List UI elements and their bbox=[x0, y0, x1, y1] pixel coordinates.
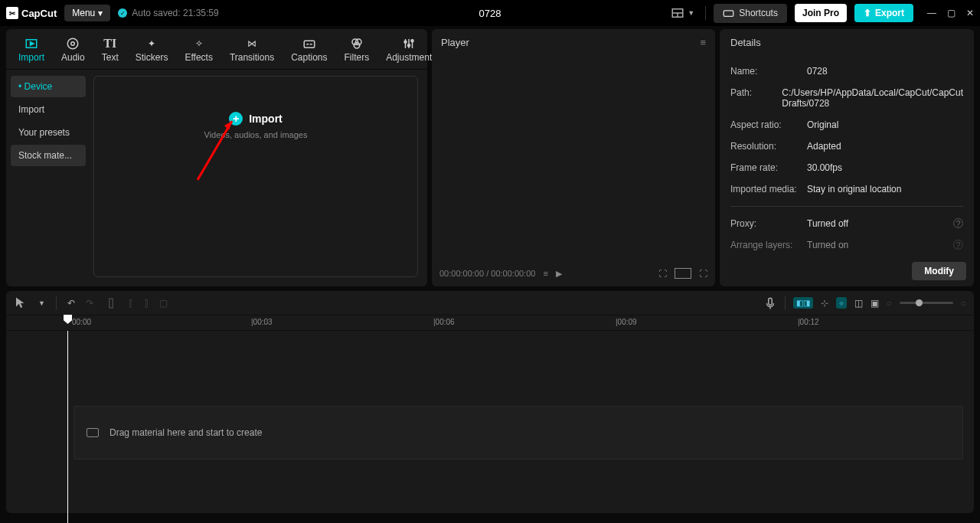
join-pro-label: Join Pro bbox=[802, 8, 839, 18]
import-button-label: Import bbox=[249, 113, 283, 125]
detail-layers: Arrange layers:Turned on? bbox=[730, 234, 963, 256]
player-viewport[interactable] bbox=[432, 56, 715, 260]
time-display: 00:00:00:00 / 00:00:00:00 bbox=[439, 269, 535, 278]
redo-button[interactable]: ↷ bbox=[86, 298, 93, 309]
import-icon bbox=[24, 37, 39, 51]
delete-button[interactable]: ▢ bbox=[159, 298, 168, 309]
scale-fit-button[interactable]: ⛶ bbox=[658, 269, 667, 278]
text-icon: TI bbox=[103, 37, 118, 51]
app-logo: ✂ CapCut bbox=[6, 7, 57, 19]
preview-tool[interactable]: ◫ bbox=[854, 298, 863, 309]
timeline-tracks[interactable]: Drag material here and start to create bbox=[6, 331, 974, 513]
tab-transitions[interactable]: ⋈ Transitions bbox=[222, 34, 282, 69]
undo-button[interactable]: ↶ bbox=[67, 298, 75, 309]
tab-effects[interactable]: ✧ Effects bbox=[177, 34, 220, 69]
keyboard-icon bbox=[723, 8, 734, 19]
close-button[interactable]: ✕ bbox=[966, 8, 974, 18]
help-icon[interactable]: ? bbox=[953, 240, 963, 250]
shortcuts-button[interactable]: Shortcuts bbox=[714, 4, 787, 23]
split-button[interactable] bbox=[104, 296, 118, 310]
timeline-toolbar: ▼ ↶ ↷ ⟦ ⟧ ▢ ◧◨ ⊹ ⟐ ◫ ▣ ○ ○ bbox=[6, 291, 974, 315]
playhead[interactable] bbox=[67, 331, 68, 523]
magnet-tool[interactable]: ◧◨ bbox=[793, 297, 813, 309]
zoom-in-button[interactable]: ○ bbox=[961, 298, 966, 309]
minimize-button[interactable]: — bbox=[927, 8, 936, 18]
tab-label: Text bbox=[102, 52, 119, 63]
svg-point-20 bbox=[408, 44, 410, 47]
video-icon bbox=[87, 428, 99, 437]
tab-label: Effects bbox=[185, 52, 212, 63]
ruler-tick: |00:03 bbox=[251, 318, 273, 326]
source-presets[interactable]: Your presets bbox=[11, 122, 86, 143]
details-title: Details bbox=[720, 29, 974, 56]
snap-tool[interactable]: ⊹ bbox=[821, 298, 828, 309]
player-menu-icon[interactable]: ≡ bbox=[700, 37, 706, 48]
modify-button[interactable]: Modify bbox=[912, 262, 966, 280]
tab-label: Import bbox=[18, 52, 44, 63]
svg-rect-3 bbox=[724, 10, 734, 16]
divider bbox=[785, 296, 786, 310]
project-title: 0728 bbox=[479, 8, 501, 19]
import-dropzone[interactable]: + Import Videos, audios, and images bbox=[93, 76, 418, 277]
tab-captions[interactable]: Captions bbox=[283, 34, 335, 69]
import-button[interactable]: + Import bbox=[229, 112, 283, 126]
import-subtitle: Videos, audios, and images bbox=[204, 130, 308, 139]
select-tool[interactable] bbox=[14, 296, 28, 310]
tab-filters[interactable]: Filters bbox=[337, 34, 377, 69]
layout-button[interactable]: ▼ bbox=[668, 3, 697, 23]
link-tool[interactable]: ⟐ bbox=[836, 297, 847, 309]
logo-icon: ✂ bbox=[6, 7, 18, 19]
trim-left-button[interactable]: ⟦ bbox=[129, 298, 133, 309]
placeholder-text: Drag material here and start to create bbox=[109, 427, 262, 438]
export-button[interactable]: ⬆ Export bbox=[854, 4, 913, 22]
playhead-handle[interactable] bbox=[64, 315, 72, 324]
autosave-status: ✓ Auto saved: 21:35:59 bbox=[118, 8, 218, 18]
source-import[interactable]: Import bbox=[11, 99, 86, 120]
join-pro-button[interactable]: Join Pro bbox=[795, 4, 847, 22]
trim-right-button[interactable]: ⟧ bbox=[144, 298, 149, 309]
tab-label: Captions bbox=[291, 52, 327, 63]
svg-point-9 bbox=[71, 42, 75, 46]
tab-label: Adjustment bbox=[386, 52, 432, 63]
tab-adjustment[interactable]: Adjustment bbox=[378, 34, 439, 69]
svg-point-19 bbox=[404, 41, 407, 43]
tab-stickers[interactable]: ✦ Stickers bbox=[128, 34, 176, 69]
tab-text[interactable]: TI Text bbox=[94, 34, 126, 69]
help-icon[interactable]: ? bbox=[953, 218, 963, 228]
filters-icon bbox=[349, 37, 364, 51]
timeline-toolbar-right: ◧◨ ⊹ ⟐ ◫ ▣ ○ ○ bbox=[763, 296, 967, 310]
timeline-ruler[interactable]: 00:00 |00:03 |00:06 |00:09 |00:12 bbox=[6, 315, 974, 331]
autosave-text: Auto saved: 21:35:59 bbox=[132, 8, 218, 18]
source-stock[interactable]: Stock mate... bbox=[11, 145, 86, 166]
source-list: Device Import Your presets Stock mate... bbox=[6, 70, 90, 286]
tab-import[interactable]: Import bbox=[11, 34, 52, 69]
prev-frame-button[interactable]: ≡ bbox=[543, 269, 547, 278]
cover-tool[interactable]: ▣ bbox=[871, 298, 879, 309]
maximize-button[interactable]: ▢ bbox=[947, 8, 956, 18]
layout-icon bbox=[671, 6, 684, 20]
aspect-ratio-button[interactable] bbox=[675, 268, 691, 279]
tab-label: Audio bbox=[61, 52, 85, 63]
window-controls: — ▢ ✕ bbox=[927, 8, 974, 18]
captions-icon bbox=[302, 37, 317, 51]
fullscreen-button[interactable]: ⛶ bbox=[699, 269, 707, 278]
main-area: Import Audio TI Text ✦ Stickers ✧ Effect… bbox=[0, 26, 980, 286]
zoom-slider[interactable] bbox=[900, 302, 953, 304]
track-placeholder[interactable]: Drag material here and start to create bbox=[74, 406, 963, 459]
divider bbox=[730, 206, 963, 207]
play-button[interactable]: ▶ bbox=[556, 269, 562, 279]
export-icon: ⬆ bbox=[864, 8, 871, 18]
select-dropdown[interactable]: ▼ bbox=[38, 299, 45, 307]
menu-label: Menu bbox=[72, 8, 95, 18]
zoom-out-button[interactable]: ○ bbox=[887, 298, 892, 309]
record-button[interactable] bbox=[763, 296, 777, 310]
ruler-tick: |00:06 bbox=[433, 318, 455, 326]
chevron-down-icon: ▾ bbox=[98, 8, 103, 18]
tab-audio[interactable]: Audio bbox=[54, 34, 93, 69]
effects-icon: ✧ bbox=[191, 37, 207, 51]
menu-button[interactable]: Menu ▾ bbox=[64, 5, 110, 21]
tab-label: Transitions bbox=[230, 52, 274, 63]
app-name: CapCut bbox=[21, 8, 57, 19]
svg-point-8 bbox=[68, 38, 79, 49]
source-device[interactable]: Device bbox=[11, 76, 86, 97]
